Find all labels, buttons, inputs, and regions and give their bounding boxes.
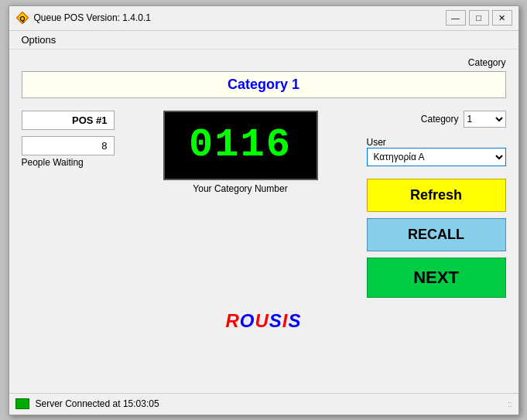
logo-o: O	[240, 310, 255, 331]
category-top-label: Category	[468, 57, 506, 68]
pos-label: POS #1	[22, 111, 115, 130]
svg-text:Q: Q	[19, 15, 25, 22]
number-display: 0116	[163, 111, 318, 180]
rousis-logo: ROUSIS	[225, 310, 301, 332]
middle-row: POS #1 8 People Waiting 0116 Your Catego…	[22, 111, 506, 298]
title-bar: Q Queue POS Version: 1.4.0.1 — □ ✕	[9, 6, 518, 31]
status-bar: Server Connected at 15:03:05 ::	[9, 393, 518, 415]
window-controls: — □ ✕	[446, 10, 512, 26]
center-column: 0116 Your Category Number	[127, 111, 354, 194]
main-content: Category Category 1 POS #1 8 People Wait…	[9, 50, 518, 393]
refresh-button[interactable]: Refresh	[367, 179, 506, 212]
queue-number: 0116	[189, 122, 292, 168]
logo-i: I	[282, 310, 289, 331]
close-button[interactable]: ✕	[492, 10, 512, 26]
number-caption: Your Category Number	[193, 183, 287, 194]
minimize-button[interactable]: —	[446, 10, 466, 26]
waiting-label: People Waiting	[22, 157, 115, 168]
buttons-column: Refresh RECALL NEXT	[367, 179, 506, 298]
recall-button[interactable]: RECALL	[367, 218, 506, 251]
category-label-row: Category	[22, 57, 506, 68]
category-select-label: Category	[421, 114, 459, 125]
left-column: POS #1 8 People Waiting	[22, 111, 115, 168]
user-section: User Κατηγορία Α Κατηγορία Β	[367, 134, 506, 166]
main-window: Q Queue POS Version: 1.4.0.1 — □ ✕ Optio…	[9, 5, 519, 415]
menu-bar: Options	[9, 31, 518, 50]
window-title: Queue POS Version: 1.4.0.1	[34, 12, 446, 23]
logo-row: ROUSIS	[22, 310, 506, 332]
options-menu[interactable]: Options	[15, 32, 63, 47]
category-select-row: Category 1 2 3	[367, 111, 506, 128]
logo-u: U	[255, 310, 269, 331]
logo-s: S	[269, 310, 282, 331]
category-display: Category 1	[22, 71, 506, 98]
logo-r: R	[225, 310, 239, 331]
user-label: User	[367, 137, 506, 148]
maximize-button[interactable]: □	[469, 10, 489, 26]
category-select[interactable]: 1 2 3	[464, 111, 506, 128]
user-select[interactable]: Κατηγορία Α Κατηγορία Β	[367, 148, 506, 166]
next-button[interactable]: NEXT	[367, 258, 506, 298]
right-column: Category 1 2 3 User Κατηγορία Α Κατηγορί…	[367, 111, 506, 298]
app-icon: Q	[15, 11, 29, 25]
resize-grip: ::	[508, 400, 512, 408]
waiting-count: 8	[22, 136, 115, 155]
logo-s2: S	[289, 310, 302, 331]
status-text: Server Connected at 15:03:05	[36, 398, 159, 409]
connection-indicator	[15, 398, 29, 409]
